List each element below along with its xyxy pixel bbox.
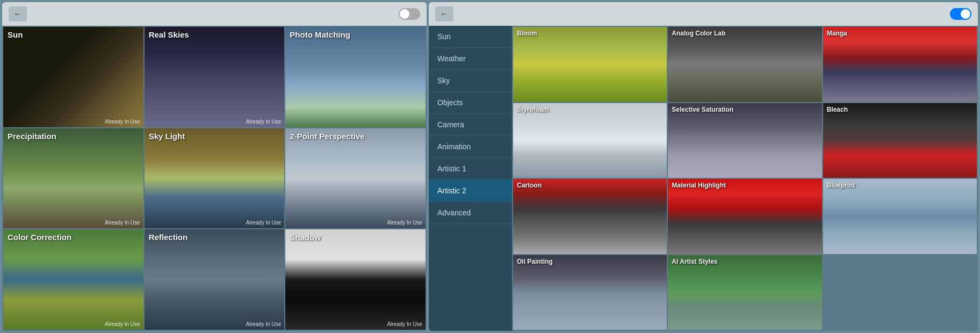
left-show-all-toggle[interactable] <box>399 8 420 20</box>
sidebar-item-advanced[interactable]: Advanced <box>429 202 512 224</box>
left-back-button[interactable]: ← <box>9 6 27 21</box>
effect-item-cartoon[interactable]: Cartoon <box>513 179 667 254</box>
grid-item-title-realskies: Real Skies <box>149 30 189 39</box>
grid-item-title-reflection: Reflection <box>149 233 188 242</box>
grid-item-title-photomatch: Photo Matching <box>290 30 350 39</box>
effect-title-bloom: Bloom <box>517 30 537 37</box>
effect-title-cartoon: Cartoon <box>517 182 542 189</box>
sidebar-item-sun[interactable]: Sun <box>429 26 512 48</box>
effect-title-aiartist: AI Artist Styles <box>672 258 717 265</box>
grid-item-title-twopoint: 2-Point Perspective <box>290 132 364 141</box>
already-in-use-realskies: Already In Use <box>246 119 282 125</box>
grid-item-colorcorrect[interactable]: Color CorrectionAlready In Use <box>3 229 143 330</box>
grid-item-realskies[interactable]: Real SkiesAlready In Use <box>145 27 285 127</box>
effect-title-oilpainting: Oil Painting <box>517 258 553 265</box>
already-in-use-precipitation: Already In Use <box>105 220 140 226</box>
effect-title-bleach: Bleach <box>827 106 848 113</box>
effect-title-manga: Manga <box>827 30 847 37</box>
right-back-button[interactable]: ← <box>435 6 453 21</box>
effect-item-mathighlight[interactable]: Material Highlight <box>668 179 822 254</box>
effect-item-analogcolorlab[interactable]: Analog Color Lab <box>668 27 822 102</box>
sidebar-item-objects[interactable]: Objects <box>429 92 512 114</box>
effect-title-selectivesat: Selective Saturation <box>672 106 733 113</box>
already-in-use-sun: Already In Use <box>105 119 140 125</box>
effect-item-bloom[interactable]: Bloom <box>513 27 667 102</box>
grid-item-reflection[interactable]: ReflectionAlready In Use <box>145 229 285 330</box>
right-effects-grid: BloomAnalog Color LabMangaStyrofoamSelec… <box>512 26 978 331</box>
effect-item-oilpainting[interactable]: Oil Painting <box>513 255 667 330</box>
effect-item-aiartist[interactable]: AI Artist Styles <box>668 255 822 330</box>
left-header: ← <box>2 2 427 26</box>
effect-item-blueprint[interactable]: Blueprint <box>823 179 977 254</box>
grid-item-title-skylight: Sky Light <box>149 132 185 141</box>
grid-item-skylight[interactable]: Sky LightAlready In Use <box>145 128 285 229</box>
left-effects-grid: SunAlready In UseReal SkiesAlready In Us… <box>2 26 427 331</box>
grid-item-title-sun: Sun <box>8 30 23 39</box>
effect-title-blueprint: Blueprint <box>827 182 855 189</box>
already-in-use-reflection: Already In Use <box>246 321 282 327</box>
grid-item-title-colorcorrect: Color Correction <box>8 233 71 242</box>
sidebar-item-weather[interactable]: Weather <box>429 48 512 70</box>
effect-item-empty[interactable] <box>823 255 977 330</box>
sidebar-item-animation[interactable]: Animation <box>429 136 512 158</box>
effect-item-bleach[interactable]: Bleach <box>823 103 977 178</box>
left-panel: ← SunAlready In UseReal SkiesAlready In … <box>2 2 427 331</box>
grid-item-twopoint[interactable]: 2-Point PerspectiveAlready In Use <box>285 128 426 229</box>
right-content: SunWeatherSkyObjectsCameraAnimationArtis… <box>429 26 978 331</box>
sidebar-item-artistic2[interactable]: Artistic 2 <box>429 180 512 202</box>
already-in-use-colorcorrect: Already In Use <box>105 321 140 327</box>
grid-item-title-shadow: Shadow <box>290 233 321 242</box>
effect-title-mathighlight: Material Highlight <box>672 182 726 189</box>
right-show-all-toggle[interactable] <box>950 8 971 20</box>
grid-item-title-precipitation: Precipitation <box>8 132 56 141</box>
right-panel: ← SunWeatherSkyObjectsCameraAnimationArt… <box>429 2 978 331</box>
sidebar-item-camera[interactable]: Camera <box>429 114 512 136</box>
sidebar-item-artistic1[interactable]: Artistic 1 <box>429 158 512 180</box>
effect-item-styrofoam[interactable]: Styrofoam <box>513 103 667 178</box>
effect-title-analogcolorlab: Analog Color Lab <box>672 30 725 37</box>
already-in-use-twopoint: Already In Use <box>387 220 422 226</box>
effect-item-manga[interactable]: Manga <box>823 27 977 102</box>
already-in-use-shadow: Already In Use <box>387 321 422 327</box>
effect-item-selectivesat[interactable]: Selective Saturation <box>668 103 822 178</box>
already-in-use-skylight: Already In Use <box>246 220 282 226</box>
grid-item-photomatch[interactable]: Photo Matching <box>285 27 426 127</box>
sidebar-item-sky[interactable]: Sky <box>429 70 512 92</box>
grid-item-sun[interactable]: SunAlready In Use <box>3 27 143 127</box>
category-sidebar: SunWeatherSkyObjectsCameraAnimationArtis… <box>429 26 512 331</box>
grid-item-precipitation[interactable]: PrecipitationAlready In Use <box>3 128 143 229</box>
grid-item-shadow[interactable]: ShadowAlready In Use <box>285 229 426 330</box>
effect-title-styrofoam: Styrofoam <box>517 106 549 113</box>
right-header: ← <box>429 2 978 26</box>
